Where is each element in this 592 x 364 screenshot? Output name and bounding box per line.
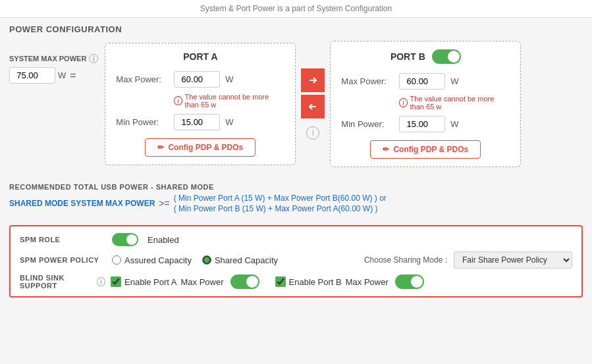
spm-role-toggle-slider xyxy=(112,233,138,246)
port-b-max-power-unit: W xyxy=(450,76,458,86)
port-b-config-pencil-icon: ✏ xyxy=(383,145,389,154)
arrow-right-btn[interactable] xyxy=(301,68,325,92)
port-b-max-power-row: Max Power: W xyxy=(341,73,510,90)
system-max-power-unit: W xyxy=(58,70,66,80)
power-config-area: SYSTEM MAX POWER i W = PORT A Max Power:… xyxy=(9,41,583,167)
blind-sink-port-b-label: Enable Port B xyxy=(289,277,342,287)
port-a-min-power-row: Min Power: W xyxy=(116,114,284,130)
port-a-min-power-input[interactable] xyxy=(174,114,220,130)
spm-role-enabled-text: Enabled xyxy=(148,235,179,245)
port-b-error-icon: i xyxy=(399,98,407,107)
blind-sink-port-b-group: Enable Port B Max Power xyxy=(275,274,424,289)
port-a-max-power-row: Max Power: W xyxy=(116,71,284,88)
spm-role-row: SPM ROLE Enabled xyxy=(20,233,572,246)
spm-policy-assured-radio[interactable] xyxy=(112,255,121,265)
port-a-config-pencil-icon: ✏ xyxy=(157,143,164,152)
arrow-right-icon xyxy=(308,75,318,86)
port-b-max-power-input[interactable] xyxy=(399,73,445,90)
spm-policy-shared-option[interactable]: Shared Capacity xyxy=(202,255,278,265)
spm-policy-shared-label: Shared Capacity xyxy=(215,255,278,265)
arrow-left-icon xyxy=(308,101,318,112)
blind-sink-label: BLIND SINK SUPPORT i xyxy=(20,274,105,290)
blind-sink-port-a-max-label: Max Power xyxy=(181,277,224,287)
port-b-min-power-row: Min Power: W xyxy=(341,116,510,132)
port-b-box: PORT B Max Power: W i The value cannot b… xyxy=(330,41,521,167)
sharing-mode-select[interactable]: Fair Share Power Policy xyxy=(454,251,572,269)
system-max-power-input[interactable] xyxy=(9,67,55,84)
recommended-section: RECOMMENDED TOTAL USB POWER - SHARED MOD… xyxy=(9,178,583,219)
top-bar: System & Port Power is a part of System … xyxy=(0,0,592,18)
arrow-left-btn[interactable] xyxy=(301,95,325,118)
port-b-max-power-error: i The value cannot be more than 65 w xyxy=(399,95,510,111)
formula-line2[interactable]: ( Min Power Port B (15 W) + Max Power Po… xyxy=(174,204,387,213)
recommended-formula: SHARED MODE SYSTEM MAX POWER >= ( Min Po… xyxy=(9,194,583,213)
spm-policy-radio-group: Assured Capacity Shared Capacity xyxy=(112,255,278,265)
blind-sink-port-b-toggle[interactable] xyxy=(395,274,424,289)
system-max-power-label: SYSTEM MAX POWER i xyxy=(9,54,98,63)
formula-lines: ( Min Power Port A (15 W) + Max Power Po… xyxy=(174,194,387,213)
port-b-max-power-label: Max Power: xyxy=(341,76,394,86)
spm-policy-row: SPM POWER POLICY Assured Capacity Shared… xyxy=(20,251,572,269)
top-bar-text: System & Port Power is a part of System … xyxy=(200,4,392,13)
recommended-title: RECOMMENDED TOTAL USB POWER - SHARED MOD… xyxy=(9,183,583,191)
main-content: POWER CONFIGURATION SYSTEM MAX POWER i W… xyxy=(0,18,592,364)
sharing-mode-group: Choose Sharing Mode : Fair Share Power P… xyxy=(364,251,572,269)
port-a-config-btn[interactable]: ✏ Config PDP & PDOs xyxy=(145,138,256,157)
port-a-max-power-input[interactable] xyxy=(174,71,220,88)
port-a-header: PORT A xyxy=(116,51,284,62)
spm-policy-assured-label: Assured Capacity xyxy=(124,255,192,265)
blind-sink-port-b-max-label: Max Power xyxy=(346,277,389,287)
port-a-box: PORT A Max Power: W i The value cannot b… xyxy=(105,43,296,165)
port-a-max-power-unit: W xyxy=(225,74,233,84)
blind-sink-port-a-toggle-slider xyxy=(230,274,259,289)
port-a-min-power-label: Min Power: xyxy=(116,117,169,127)
system-max-power-block: SYSTEM MAX POWER i W = xyxy=(9,41,98,84)
blind-sink-port-b-toggle-slider xyxy=(395,274,424,289)
port-a-max-power-label: Max Power: xyxy=(116,74,169,84)
arrow-info-icon[interactable]: i xyxy=(306,126,319,140)
eq-sign: = xyxy=(70,70,76,82)
port-b-min-power-label: Min Power: xyxy=(341,119,394,129)
blind-sink-port-a-group: Enable Port A Max Power xyxy=(111,274,259,289)
spm-policy-shared-radio[interactable] xyxy=(202,255,211,265)
system-max-power-info-icon[interactable]: i xyxy=(89,54,98,63)
port-a-title: PORT A xyxy=(183,51,217,62)
blind-sink-port-a-label: Enable Port A xyxy=(124,277,177,287)
power-config-title: POWER CONFIGURATION xyxy=(9,24,583,34)
system-max-power-input-group: W = xyxy=(9,67,76,84)
port-a-error-icon: i xyxy=(174,96,182,105)
blind-sink-port-a-toggle[interactable] xyxy=(230,274,259,289)
port-b-title: PORT B xyxy=(390,51,425,62)
formula-line1[interactable]: ( Min Power Port A (15 W) + Max Power Po… xyxy=(174,194,387,203)
port-b-toggle-slider xyxy=(432,49,461,64)
port-a-min-power-unit: W xyxy=(225,117,233,127)
port-b-min-power-unit: W xyxy=(450,119,458,129)
spm-role-toggle[interactable] xyxy=(112,233,138,246)
formula-gte: >= xyxy=(159,198,169,209)
formula-label: SHARED MODE SYSTEM MAX POWER xyxy=(9,199,155,208)
sharing-mode-label: Choose Sharing Mode : xyxy=(364,255,447,265)
spm-role-label: SPM ROLE xyxy=(20,236,105,244)
blind-sink-port-b-checkbox-label[interactable]: Enable Port B xyxy=(275,276,342,287)
port-a-max-power-error: i The value cannot be more than 65 w xyxy=(174,93,284,109)
arrow-buttons-group: i xyxy=(301,68,325,140)
port-b-min-power-input[interactable] xyxy=(399,116,445,132)
port-b-toggle[interactable] xyxy=(432,49,461,64)
spm-policy-label: SPM POWER POLICY xyxy=(20,256,105,264)
spm-section: SPM ROLE Enabled SPM POWER POLICY Assure… xyxy=(9,225,583,298)
ports-container: PORT A Max Power: W i The value cannot b… xyxy=(105,41,583,167)
blind-sink-port-a-checkbox[interactable] xyxy=(111,276,121,287)
port-b-header: PORT B xyxy=(341,49,510,64)
blind-sink-port-b-checkbox[interactable] xyxy=(275,276,286,287)
blind-sink-info-icon[interactable]: i xyxy=(97,277,105,286)
spm-policy-assured-option[interactable]: Assured Capacity xyxy=(112,255,192,265)
port-b-config-btn[interactable]: ✏ Config PDP & PDOs xyxy=(370,140,481,159)
spm-blind-sink-row: BLIND SINK SUPPORT i Enable Port A Max P… xyxy=(20,274,572,290)
blind-sink-port-a-checkbox-label[interactable]: Enable Port A xyxy=(111,276,177,287)
